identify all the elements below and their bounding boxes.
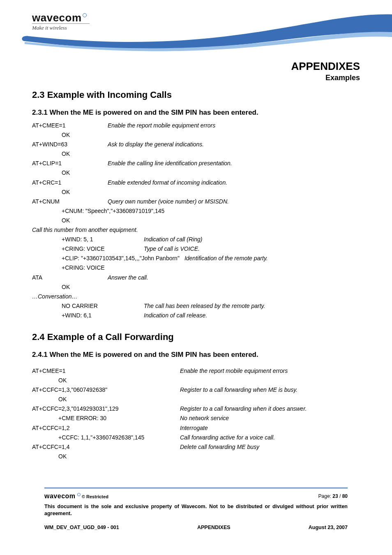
s23-block4: NO CARRIERThe call has been released by … [32, 301, 360, 320]
table-row: OK [32, 216, 360, 225]
footer-disclaimer: This document is the sole and exclusive … [44, 503, 348, 517]
ata-cmd: ATA [32, 273, 108, 282]
table-row: AT+CLIP=1Enable the calling line identif… [32, 159, 360, 168]
table-row: AT+CCFC=1,2Interrogate [32, 423, 360, 433]
table-row: +CLIP: "+33607103543",145,,,"John Panbor… [32, 254, 360, 263]
s23-block1: AT+CMEE=1Enable the report mobile equipm… [32, 121, 360, 225]
table-row: +WIND: 6,1Indication of call release. [32, 311, 360, 320]
s23-block2: +WIND: 5, 1Indication of call (Ring)+CRI… [32, 235, 360, 273]
table-row: AT+CMEE=1Enable the report mobile equipm… [32, 121, 360, 130]
table-row: +WIND: 5, 1Indication of call (Ring) [32, 235, 360, 244]
ata-desc: Answer the call. [108, 273, 360, 282]
table-row: NO CARRIERThe call has been released by … [32, 301, 360, 311]
table-row: +CRING: VOICEType of call is VOICE. [32, 244, 360, 254]
footer: wavecom © Restricted Page: 23 / 80 This … [44, 488, 348, 530]
table-row: OK [32, 452, 360, 461]
table-row: +CCFC: 1,1,"+33607492638",145Call forwar… [32, 433, 360, 442]
section-2-3-1-title: 2.3.1 When the ME is powered on and the … [32, 109, 360, 117]
table-row: OK [32, 149, 360, 159]
footer-rule [44, 488, 348, 488]
logo-tagline: Make it wireless [32, 23, 90, 31]
section-2-4-1-title: 2.4.1 When the ME is powered on and the … [32, 351, 360, 359]
footer-center: APPENDIXES [197, 525, 231, 530]
header: wavecom Make it wireless [0, 0, 392, 58]
section-2-3-title: 2.3 Example with Incoming Calls [32, 90, 360, 100]
section-2-4-title: 2.4 Example of a Call Forwarding [32, 332, 360, 342]
footer-docid: WM_DEV_OAT_UGD_049 - 001 [44, 525, 119, 530]
table-row: OK [32, 130, 360, 140]
footer-logo: wavecom [44, 493, 76, 500]
table-row: AT+WIND=63Ask to display the general ind… [32, 140, 360, 149]
s23-ata-row: ATA Answer the call. [32, 273, 360, 282]
table-row: AT+CCFC=2,3,"0149293031",129Register to … [32, 404, 360, 414]
table-row: +CRING: VOICE [32, 263, 360, 273]
table-row: AT+CCFC=1,4Delete call forwarding ME bus… [32, 442, 360, 452]
table-row: OK [32, 282, 360, 292]
table-row: AT+CMEE=1Enable the report mobile equipm… [32, 366, 360, 376]
chapter-subtitle: Examples [32, 74, 360, 82]
logo-wordmark: wavecom [32, 12, 90, 24]
table-row: AT+CNUMQuery own number (voice number) o… [32, 197, 360, 206]
footer-line1: wavecom © Restricted Page: 23 / 80 [44, 493, 348, 500]
logo-block: wavecom Make it wireless [32, 12, 90, 31]
content: APPENDIXES Examples 2.3 Example with Inc… [32, 58, 360, 461]
table-row: OK [32, 187, 360, 197]
table-row: OK [32, 395, 360, 404]
table-row: +CME ERROR: 30No network service [32, 414, 360, 423]
footer-line2: WM_DEV_OAT_UGD_049 - 001 APPENDIXES Augu… [44, 525, 348, 530]
logo-text: wavecom [32, 12, 82, 24]
footer-restricted: © Restricted [82, 494, 108, 499]
table-row: AT+CCFC=1,3,"0607492638"Register to a ca… [32, 385, 360, 395]
table-row: AT+CRC=1Enable extended format of incomi… [32, 178, 360, 187]
logo-ring-icon [83, 13, 87, 17]
page: wavecom Make it wireless APPENDIXES Exam… [0, 0, 392, 555]
s23-note2: …Conversation… [32, 292, 360, 301]
footer-logo-ring-icon [77, 493, 81, 496]
chapter-title: APPENDIXES [32, 60, 360, 73]
table-row: OK [32, 168, 360, 178]
table-row: OK [32, 376, 360, 385]
table-row: +CNUM: "Speech","+33608971019",145 [32, 206, 360, 216]
s23-note1: Call this number from another equipment. [32, 225, 360, 235]
s24-block: AT+CMEE=1Enable the report mobile equipm… [32, 366, 360, 461]
footer-date: August 23, 2007 [309, 525, 348, 530]
s23-block3: OK [32, 282, 360, 292]
footer-page: Page: 23 / 80 [318, 493, 348, 499]
